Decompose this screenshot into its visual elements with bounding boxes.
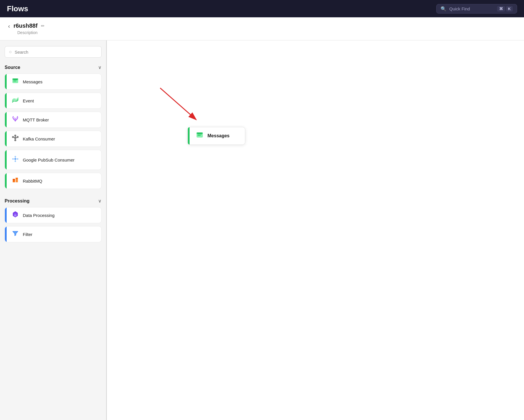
svg-rect-1: [13, 80, 17, 80]
back-button[interactable]: ‹: [8, 23, 10, 29]
rabbitmq-accent: [5, 173, 7, 189]
canvas-node-label: Messages: [207, 133, 230, 138]
messages-accent: [5, 74, 7, 89]
source-item-rabbitmq[interactable]: RabbitMQ: [5, 173, 102, 189]
canvas-node-accent: [188, 127, 190, 145]
pubsub-label: Google PubSub Consumer: [23, 158, 74, 162]
mqtt-accent: [5, 112, 7, 127]
svg-rect-31: [197, 135, 201, 136]
processing-section-header: Processing ∨: [5, 198, 102, 204]
source-item-data-processing[interactable]: Data Processing: [5, 207, 102, 223]
processing-items-list: Data Processing Filter: [5, 207, 102, 242]
source-section-title: Source: [5, 65, 20, 70]
app-title: Flows: [7, 4, 28, 13]
svg-point-4: [15, 120, 16, 121]
k-key: K: [506, 6, 513, 12]
messages-label: Messages: [23, 79, 42, 84]
event-accent: [5, 93, 7, 108]
search-box[interactable]: ○: [5, 46, 102, 58]
filter-icon: [12, 230, 19, 239]
svg-point-17: [15, 156, 16, 158]
mqtt-icon: [12, 115, 19, 124]
filter-accent: [5, 226, 7, 242]
svg-line-13: [16, 137, 17, 138]
edit-icon[interactable]: ✏: [41, 23, 45, 29]
header-row: ‹ r6ush88f ✏: [8, 22, 516, 29]
main-content: ○ Source ∨ Messages: [0, 40, 524, 420]
svg-point-6: [15, 135, 16, 136]
flow-description: Description: [17, 30, 516, 35]
rabbitmq-label: RabbitMQ: [23, 179, 42, 183]
source-items-list: Messages Event: [5, 74, 102, 189]
header-bar: ‹ r6ush88f ✏ Description: [0, 17, 524, 40]
svg-rect-25: [13, 179, 15, 180]
source-item-messages[interactable]: Messages: [5, 74, 102, 90]
pubsub-icon: [12, 155, 19, 164]
filter-label: Filter: [23, 232, 32, 237]
canvas-node-icon: [196, 131, 203, 140]
canvas-node-messages[interactable]: Messages: [188, 127, 245, 145]
sidebar: ○ Source ∨ Messages: [0, 40, 107, 420]
data-processing-accent: [5, 207, 7, 223]
drag-arrow-annotation: [107, 40, 524, 420]
messages-icon: [12, 77, 19, 86]
source-item-kafka[interactable]: Kafka Consumer: [5, 131, 102, 147]
quick-find-label: Quick Find: [449, 6, 494, 11]
source-item-mqtt[interactable]: MQTT Broker: [5, 112, 102, 128]
data-processing-label: Data Processing: [23, 213, 55, 218]
search-input[interactable]: [15, 50, 97, 55]
keyboard-shortcut: ⌘ K: [497, 6, 513, 12]
kafka-icon: [12, 134, 19, 143]
kafka-label: Kafka Consumer: [23, 136, 55, 141]
topbar: Flows 🔍 Quick Find ⌘ K: [0, 0, 524, 17]
source-item-filter[interactable]: Filter: [5, 226, 102, 242]
pubsub-accent: [5, 150, 7, 170]
cmd-key: ⌘: [497, 6, 505, 12]
source-item-event[interactable]: Event: [5, 93, 102, 109]
processing-section-title: Processing: [5, 198, 29, 204]
svg-rect-32: [197, 132, 203, 134]
flow-name: r6ush88f: [14, 22, 38, 29]
mqtt-label: MQTT Broker: [23, 117, 49, 122]
svg-line-28: [160, 88, 196, 120]
source-section-header: Source ∨: [5, 65, 102, 70]
svg-rect-30: [197, 134, 202, 134]
event-label: Event: [23, 98, 34, 103]
svg-rect-26: [16, 178, 18, 179]
svg-point-16: [17, 158, 18, 160]
event-icon: [12, 96, 19, 105]
search-box-icon: ○: [9, 49, 12, 55]
svg-point-7: [15, 140, 16, 141]
search-icon: 🔍: [441, 6, 446, 12]
kafka-accent: [5, 131, 7, 147]
svg-point-8: [12, 136, 14, 138]
processing-chevron-icon[interactable]: ∨: [98, 198, 102, 204]
data-processing-icon: [12, 211, 19, 220]
svg-point-5: [14, 137, 16, 139]
svg-line-12: [14, 137, 15, 138]
svg-rect-3: [12, 78, 18, 80]
source-item-pubsub[interactable]: Google PubSub Consumer: [5, 150, 102, 170]
rabbitmq-icon: [12, 177, 19, 185]
svg-point-14: [14, 158, 16, 160]
svg-point-15: [12, 158, 14, 160]
source-chevron-icon[interactable]: ∨: [98, 65, 102, 70]
quick-find[interactable]: 🔍 Quick Find ⌘ K: [436, 4, 517, 14]
svg-rect-2: [13, 81, 16, 81]
svg-point-18: [15, 161, 16, 162]
svg-point-9: [17, 136, 18, 138]
canvas-area[interactable]: Messages: [107, 40, 524, 420]
